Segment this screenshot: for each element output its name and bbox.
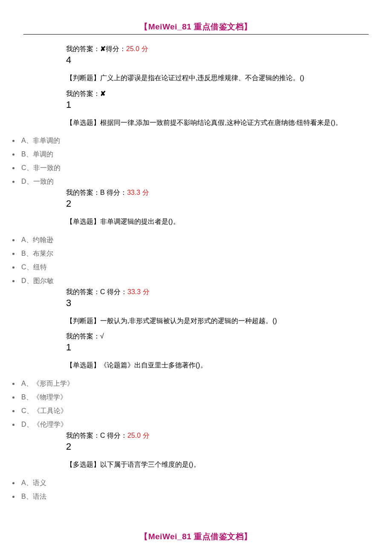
score-value: 33.3 分 xyxy=(127,288,150,295)
option-label: A、 xyxy=(21,236,33,243)
option-text: 布莱尔 xyxy=(33,250,53,257)
question-number: 1 xyxy=(66,342,366,353)
option-item: A、《形而上学》 xyxy=(19,377,392,390)
content: 我的答案：B 得分：33.3 分 2 【单选题】非单调逻辑的提出者是()。 xyxy=(0,188,392,229)
option-item: D、图尔敏 xyxy=(19,274,392,288)
answer-value: B xyxy=(100,189,105,196)
content: 我的答案：C 得分：25.0 分 2 【多选题】以下属于语言学三个维度的是()。 xyxy=(0,431,392,472)
content: 我的答案：✘得分：25.0 分 4 【判断题】广义上的谬误是指在论证过程中,违反… xyxy=(0,45,392,130)
option-text: 非单调的 xyxy=(33,137,60,144)
score-prefix: 得分： xyxy=(105,288,127,295)
score-prefix: 得分： xyxy=(105,189,127,196)
option-text: 约翰逊 xyxy=(33,236,53,243)
option-item: B、语法 xyxy=(19,490,392,503)
option-item: B、《物理学》 xyxy=(19,390,392,404)
option-text: 单调的 xyxy=(33,150,53,158)
option-list: A、语义 B、语法 xyxy=(0,476,392,503)
option-label: B、 xyxy=(21,150,33,158)
option-list: A、非单调的 B、单调的 C、非一致的 D、一致的 xyxy=(0,134,392,188)
question-number: 4 xyxy=(66,55,366,66)
answer-value: C xyxy=(100,432,105,439)
option-text: 图尔敏 xyxy=(33,277,54,284)
question-number: 2 xyxy=(66,441,366,452)
answer-line: 我的答案：✘ xyxy=(66,90,366,98)
option-text: 《物理学》 xyxy=(33,393,67,401)
answer-line: 我的答案：C 得分：25.0 分 xyxy=(66,431,366,440)
option-label: C、 xyxy=(21,407,33,414)
option-list: A、《形而上学》 B、《物理学》 C、《工具论》 D、《伦理学》 xyxy=(0,377,392,431)
score-prefix: 得分： xyxy=(106,45,126,52)
option-item: A、语义 xyxy=(19,476,392,490)
question-block: 【单选题】根据同一律,添加一致前提不影响结论真假,这种论证方式在唐纳德·纽特看来… xyxy=(66,116,366,130)
page: 【MeiWei_81 重点借鉴文档】 我的答案：✘得分：25.0 分 4 【判断… xyxy=(0,0,392,555)
option-label: C、 xyxy=(21,263,33,271)
wrong-icon: ✘ xyxy=(100,45,106,52)
option-text: 语法 xyxy=(33,493,46,500)
option-text: 一致的 xyxy=(33,178,54,185)
option-item: D、《伦理学》 xyxy=(19,418,392,431)
option-item: A、非单调的 xyxy=(19,134,392,147)
question-text: 【单选题】《论题篇》出自亚里士多德著作()。 xyxy=(66,358,366,373)
option-text: 《伦理学》 xyxy=(33,421,67,428)
content: 我的答案：C 得分：33.3 分 3 【判断题】一般认为,非形式逻辑被认为是对形… xyxy=(0,288,392,373)
score-value: 33.3 分 xyxy=(127,189,149,196)
option-label: D、 xyxy=(21,277,33,284)
option-label: B、 xyxy=(21,393,33,401)
option-label: D、 xyxy=(21,178,33,185)
answer-line: 我的答案：B 得分：33.3 分 xyxy=(66,188,366,197)
question-block: 我的答案：✘得分：25.0 分 4 xyxy=(66,45,366,66)
option-item: B、单调的 xyxy=(19,147,392,161)
answer-line: 我的答案：C 得分：33.3 分 xyxy=(66,288,366,297)
option-item: C、纽特 xyxy=(19,260,392,274)
correct-icon: √ xyxy=(100,332,104,340)
option-label: B、 xyxy=(21,250,33,257)
page-header-title: 【MeiWei_81 重点借鉴文档】 xyxy=(0,21,392,32)
option-list: A、约翰逊 B、布莱尔 C、纽特 D、图尔敏 xyxy=(0,233,392,288)
option-label: D、 xyxy=(21,421,33,428)
answer-prefix: 我的答案： xyxy=(66,332,100,340)
option-text: 语义 xyxy=(33,479,46,486)
score-prefix: 得分： xyxy=(105,432,127,439)
answer-prefix: 我的答案： xyxy=(66,45,100,52)
option-text: 非一致的 xyxy=(33,164,61,171)
question-text: 【多选题】以下属于语言学三个维度的是()。 xyxy=(66,457,366,472)
option-label: A、 xyxy=(21,479,33,486)
question-text: 【单选题】非单调逻辑的提出者是()。 xyxy=(66,214,366,229)
question-number: 1 xyxy=(66,99,366,110)
option-item: D、一致的 xyxy=(19,175,392,188)
answer-prefix: 我的答案： xyxy=(66,189,100,196)
answer-prefix: 我的答案： xyxy=(66,288,100,295)
question-text: 【单选题】根据同一律,添加一致前提不影响结论真假,这种论证方式在唐纳德·纽特看来… xyxy=(66,116,366,130)
option-item: C、非一致的 xyxy=(19,161,392,175)
option-text: 《形而上学》 xyxy=(33,380,74,387)
option-item: A、约翰逊 xyxy=(19,233,392,247)
score-value: 25.0 分 xyxy=(127,432,150,439)
option-item: B、布莱尔 xyxy=(19,247,392,260)
question-block: 【判断题】广义上的谬误是指在论证过程中,违反思维规律、不合逻辑的推论。() 我的… xyxy=(66,71,366,110)
option-text: 纽特 xyxy=(33,263,47,271)
option-label: A、 xyxy=(21,380,33,387)
wrong-icon: ✘ xyxy=(100,90,106,97)
answer-value: C xyxy=(100,288,105,295)
option-label: B、 xyxy=(21,493,33,500)
header-rule xyxy=(23,34,369,35)
option-label: A、 xyxy=(21,137,33,144)
question-text: 【判断题】广义上的谬误是指在论证过程中,违反思维规律、不合逻辑的推论。() xyxy=(66,71,366,85)
option-text: 《工具论》 xyxy=(33,407,67,414)
answer-prefix: 我的答案： xyxy=(66,432,100,439)
answer-prefix: 我的答案： xyxy=(66,90,100,97)
score-value: 25.0 分 xyxy=(126,45,148,52)
option-label: C、 xyxy=(21,164,33,171)
question-text: 【判断题】一般认为,非形式逻辑被认为是对形式的逻辑的一种超越。() xyxy=(66,314,366,328)
answer-line: 我的答案：✘得分：25.0 分 xyxy=(66,45,366,54)
page-footer-title: 【MeiWei_81 重点借鉴文档】 xyxy=(0,531,392,542)
option-item: C、《工具论》 xyxy=(19,404,392,418)
question-number: 3 xyxy=(66,298,366,309)
question-number: 2 xyxy=(66,198,366,209)
answer-line: 我的答案：√ xyxy=(66,332,366,341)
